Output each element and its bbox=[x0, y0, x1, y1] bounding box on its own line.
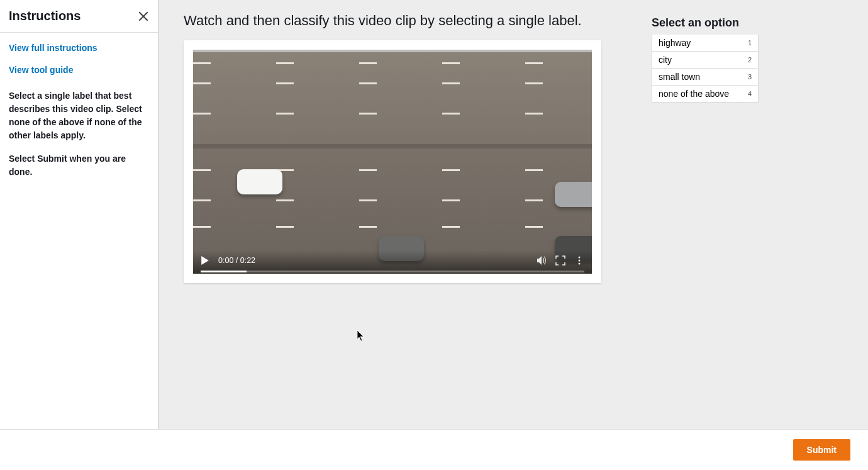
options-title: Select an option bbox=[652, 16, 759, 30]
instruction-text-1: Select a single label that best describe… bbox=[9, 89, 149, 142]
close-icon[interactable] bbox=[138, 11, 149, 22]
instruction-text-2: Select Submit when you are done. bbox=[9, 152, 149, 179]
option-label: small town bbox=[659, 72, 700, 82]
fullscreen-icon[interactable] bbox=[555, 255, 565, 266]
option-label: none of the above bbox=[659, 89, 729, 99]
instructions-sidebar: Instructions View full instructions View… bbox=[0, 0, 159, 429]
option-small-town[interactable]: small town 3 bbox=[652, 69, 759, 86]
video-container: 0:00 / 0:22 bbox=[184, 40, 601, 283]
option-key: 3 bbox=[748, 73, 752, 81]
video-player[interactable]: 0:00 / 0:22 bbox=[193, 50, 592, 274]
svg-point-4 bbox=[579, 257, 581, 259]
submit-button[interactable]: Submit bbox=[793, 439, 850, 461]
option-key: 2 bbox=[748, 56, 752, 64]
video-content bbox=[193, 50, 592, 274]
progress-fill bbox=[201, 271, 247, 272]
option-city[interactable]: city 2 bbox=[652, 52, 759, 69]
option-label: city bbox=[659, 55, 672, 65]
task-heading: Watch and then classify this video clip … bbox=[184, 13, 601, 29]
option-key: 1 bbox=[748, 39, 752, 47]
svg-point-6 bbox=[579, 263, 581, 265]
video-time: 0:00 / 0:22 bbox=[218, 256, 255, 265]
option-highway[interactable]: highway 1 bbox=[652, 35, 759, 52]
option-key: 4 bbox=[748, 90, 752, 98]
svg-point-5 bbox=[579, 260, 581, 262]
sidebar-title: Instructions bbox=[9, 9, 81, 23]
volume-icon[interactable] bbox=[537, 255, 547, 266]
option-label: highway bbox=[659, 38, 691, 48]
svg-marker-2 bbox=[201, 256, 209, 265]
progress-bar[interactable] bbox=[201, 271, 584, 272]
link-tool-guide[interactable]: View tool guide bbox=[9, 64, 149, 77]
link-full-instructions[interactable]: View full instructions bbox=[9, 42, 149, 55]
options-panel: Select an option highway 1 city 2 small … bbox=[652, 16, 759, 103]
footer: Submit bbox=[0, 429, 868, 470]
play-icon[interactable] bbox=[201, 256, 209, 265]
video-controls: 0:00 / 0:22 bbox=[193, 250, 592, 274]
more-icon[interactable] bbox=[574, 255, 584, 266]
svg-marker-3 bbox=[537, 256, 542, 265]
main-area: Watch and then classify this video clip … bbox=[159, 0, 868, 429]
option-none[interactable]: none of the above 4 bbox=[652, 86, 759, 103]
sidebar-header: Instructions bbox=[0, 0, 158, 33]
